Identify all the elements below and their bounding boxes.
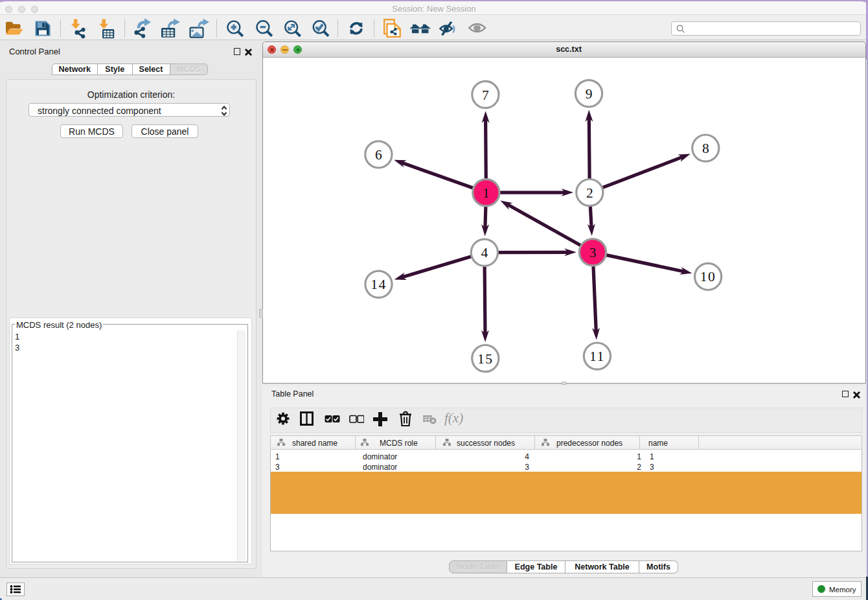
svg-text:7: 7 xyxy=(482,87,489,103)
svg-text:6: 6 xyxy=(375,147,382,163)
svg-text:15: 15 xyxy=(477,351,494,367)
svg-text:3: 3 xyxy=(589,245,597,260)
svg-text:9: 9 xyxy=(586,86,593,102)
svg-text:8: 8 xyxy=(702,141,709,156)
svg-text:2: 2 xyxy=(586,185,593,201)
svg-text:1: 1 xyxy=(483,185,490,201)
svg-text:14: 14 xyxy=(371,277,387,292)
svg-text:11: 11 xyxy=(589,349,605,364)
svg-text:10: 10 xyxy=(700,269,716,284)
svg-text:4: 4 xyxy=(481,245,488,260)
